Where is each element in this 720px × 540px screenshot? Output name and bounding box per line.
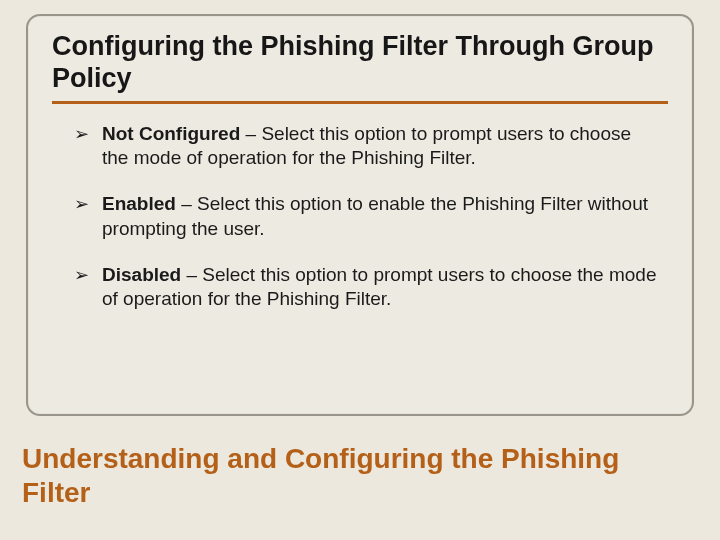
slide-page: Configuring the Phishing Filter Through … bbox=[0, 0, 720, 540]
bullet-label: Disabled bbox=[102, 264, 181, 285]
bullet-icon: ➢ bbox=[74, 193, 89, 216]
bullet-icon: ➢ bbox=[74, 264, 89, 287]
card-title: Configuring the Phishing Filter Through … bbox=[52, 30, 668, 104]
bullet-icon: ➢ bbox=[74, 123, 89, 146]
bullet-sep: – bbox=[240, 123, 261, 144]
bullet-label: Enabled bbox=[102, 193, 176, 214]
list-item: ➢ Not Configured – Select this option to… bbox=[102, 122, 658, 171]
bullet-list: ➢ Not Configured – Select this option to… bbox=[52, 122, 668, 312]
list-item: ➢ Enabled – Select this option to enable… bbox=[102, 192, 658, 241]
bullet-label: Not Configured bbox=[102, 123, 240, 144]
bullet-sep: – bbox=[181, 264, 202, 285]
bullet-sep: – bbox=[176, 193, 197, 214]
list-item: ➢ Disabled – Select this option to promp… bbox=[102, 263, 658, 312]
content-card: Configuring the Phishing Filter Through … bbox=[26, 14, 694, 416]
footer-title: Understanding and Configuring the Phishi… bbox=[22, 442, 682, 509]
